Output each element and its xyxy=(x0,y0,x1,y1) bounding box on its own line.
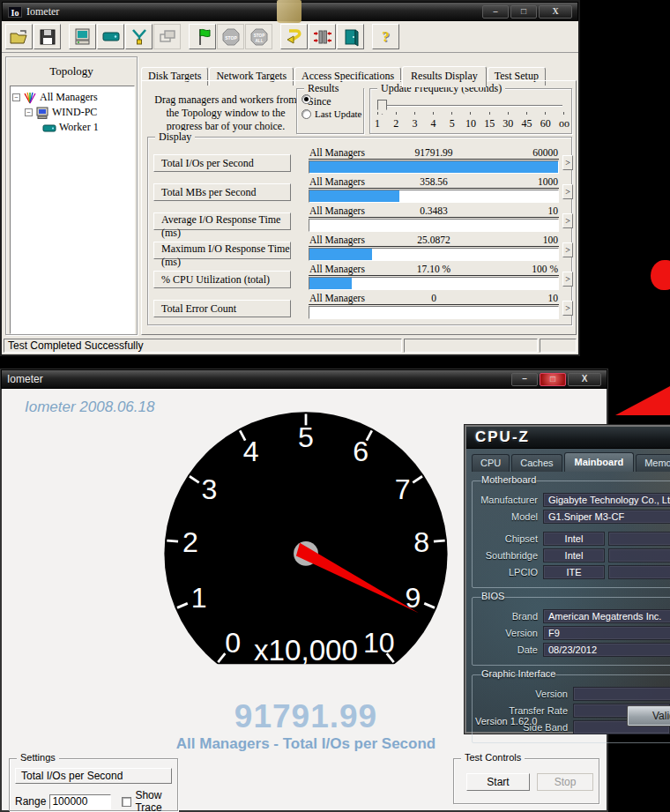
metric-value: 91791.99 xyxy=(309,147,559,158)
cpuz-tab-memory[interactable]: Memory xyxy=(636,454,670,472)
expand-row-button[interactable]: > xyxy=(562,213,573,228)
iometer-version-label: Iometer 2008.06.18 xyxy=(25,399,154,416)
display-row-cpu-utilization: % CPU Utilization (total) All Managers 1… xyxy=(148,264,571,293)
tree-item-worker-1[interactable]: Worker 1 xyxy=(12,120,132,135)
stop-test-button-disabled[interactable]: STOP xyxy=(217,24,244,49)
minimize-button[interactable]: – xyxy=(511,373,538,386)
maximize-button[interactable]: □ xyxy=(510,5,537,19)
svg-text:1: 1 xyxy=(191,582,207,614)
results-since-group: Results Since Start of Test Last Update xyxy=(296,88,364,134)
cpuz-titlebar[interactable]: CPU-Z xyxy=(466,427,670,449)
progress-bar[interactable] xyxy=(309,160,559,174)
display-group: Display Total I/Os per Second All Manage… xyxy=(147,137,572,325)
cpuz-tab-mainboard[interactable]: Mainboard xyxy=(564,452,635,472)
network-worker-button[interactable] xyxy=(125,24,153,49)
iometer-app-icon: Io xyxy=(8,6,22,18)
stop-all-tests-button-disabled[interactable]: STOP ALL xyxy=(245,24,272,49)
help-button[interactable]: ? xyxy=(372,24,399,49)
start-button[interactable]: Start xyxy=(466,773,530,791)
progress-bar[interactable] xyxy=(309,248,559,261)
metric-button[interactable]: Maximum I/O Response Time (ms) xyxy=(153,242,291,259)
window2-titlebar[interactable]: Iometer – □ X xyxy=(1,369,607,389)
topology-tree[interactable]: − All Managers − WIND-PC xyxy=(10,86,135,334)
lpcio-name: IT8728 xyxy=(608,565,670,579)
svg-text:ALL: ALL xyxy=(255,38,263,42)
cpuz-tab-caches[interactable]: Caches xyxy=(511,454,562,472)
minimize-button[interactable]: – xyxy=(482,5,509,19)
metric-button[interactable]: Average I/O Response Time (ms) xyxy=(153,212,291,230)
expand-row-button[interactable]: > xyxy=(562,242,573,257)
start-tests-button[interactable] xyxy=(189,24,216,49)
expand-row-button[interactable]: > xyxy=(562,155,573,170)
metric-select-button[interactable]: Total I/Os per Second xyxy=(15,768,172,784)
southbridge-brand: Intel xyxy=(543,548,605,562)
progress-bar[interactable] xyxy=(309,306,559,319)
settings-label: Settings xyxy=(17,752,59,763)
disk-drive-icon xyxy=(100,27,122,47)
radio-last-update[interactable]: Last Update xyxy=(302,108,363,119)
display-row-error-count: Total Error Count All Managers 0 10 > xyxy=(148,293,571,322)
expand-row-button[interactable]: > xyxy=(562,184,573,199)
help-question-icon: ? xyxy=(382,28,390,46)
cpuz-tab-strip: CPU Caches Mainboard Memory SPD Graphics xyxy=(466,449,670,472)
expand-row-button[interactable]: > xyxy=(562,301,573,316)
metric-button[interactable]: Total Error Count xyxy=(153,300,291,317)
tree-item-all-managers[interactable]: − All Managers xyxy=(12,90,132,105)
close-button[interactable]: X xyxy=(539,5,572,19)
close-button[interactable]: X xyxy=(568,373,601,386)
wallpaper-red-shape-2 xyxy=(615,386,670,415)
show-trace-checkbox[interactable] xyxy=(122,797,131,807)
computer-icon xyxy=(72,27,93,47)
reset-arrow-icon xyxy=(284,27,305,47)
metric-button[interactable]: % CPU Utilization (total) xyxy=(153,271,291,288)
tree-item-wind-pc[interactable]: − WIND-PC xyxy=(12,105,132,120)
display-row-total-ios: Total I/Os per Second All Managers 91791… xyxy=(148,147,571,176)
cpuz-tab-cpu[interactable]: CPU xyxy=(472,454,510,472)
stop-button-disabled[interactable]: Stop xyxy=(537,773,593,791)
metric-max: 100 xyxy=(543,235,558,245)
radio-icon xyxy=(302,94,311,104)
disk-worker-button[interactable] xyxy=(97,24,124,49)
frequency-slider[interactable] xyxy=(377,105,562,107)
svg-text:3: 3 xyxy=(201,473,217,505)
motherboard-label: Motherboard xyxy=(478,474,540,485)
topology-header: Topology xyxy=(6,57,137,78)
status-message: Test Completed Successfully xyxy=(4,339,402,353)
svg-text:4: 4 xyxy=(243,436,259,467)
progress-bar[interactable] xyxy=(309,190,559,203)
progress-bar[interactable] xyxy=(309,219,559,232)
metric-button[interactable]: Total MBs per Second xyxy=(153,183,291,201)
topology-panel: Topology − All Managers − xyxy=(5,56,138,335)
expand-row-button[interactable]: > xyxy=(562,272,573,287)
range-input[interactable] xyxy=(49,794,111,809)
bios-brand-value: American Megatrends Inc. xyxy=(543,609,670,623)
manufacturer-value: Gigabyte Technology Co., Ltd. xyxy=(543,493,670,507)
exit-button[interactable] xyxy=(337,24,364,49)
tree-label: WIND-PC xyxy=(52,106,97,119)
metric-value: 0 xyxy=(309,293,559,303)
slider-ticks xyxy=(377,112,564,115)
metric-button[interactable]: Total I/Os per Second xyxy=(153,154,291,172)
reset-workers-button[interactable] xyxy=(280,24,308,49)
slider-tick-labels: 12 34 510 1530 4560 oo xyxy=(372,117,570,130)
io-drives-button[interactable] xyxy=(309,24,336,49)
validate-button[interactable]: Validate xyxy=(627,705,670,726)
maximize-button-highlighted[interactable]: □ xyxy=(540,373,566,386)
save-floppy-icon xyxy=(38,27,57,47)
display-row-avg-response: Average I/O Response Time (ms) All Manag… xyxy=(148,205,571,235)
collapse-icon[interactable]: − xyxy=(25,108,33,116)
collapse-icon[interactable]: − xyxy=(12,93,20,101)
iometer-main-window: Io Iometer – □ X xyxy=(0,0,580,356)
metric-max: 1000 xyxy=(538,176,558,187)
tab-results-display[interactable]: Results Display xyxy=(402,66,487,87)
svg-text:7: 7 xyxy=(395,473,411,505)
save-button[interactable] xyxy=(34,24,61,49)
connect-manager-button[interactable] xyxy=(69,24,96,49)
display-row-total-mbs: Total MBs per Second All Managers 358.56… xyxy=(148,176,571,205)
open-file-button[interactable] xyxy=(5,24,33,49)
bios-label: BIOS xyxy=(478,591,508,601)
status-bar: Test Completed Successfully xyxy=(2,339,578,353)
copy-button-disabled[interactable] xyxy=(153,24,181,49)
svg-text:9: 9 xyxy=(405,582,421,614)
progress-bar[interactable] xyxy=(309,277,559,290)
